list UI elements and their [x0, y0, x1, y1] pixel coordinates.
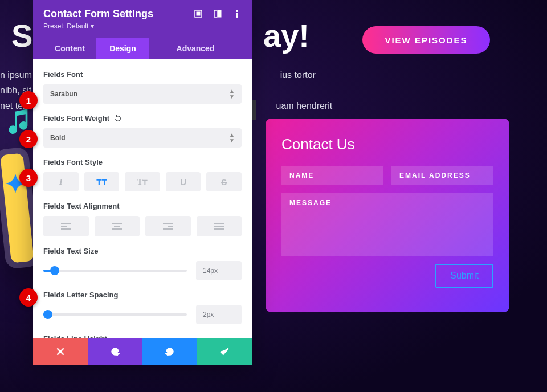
align-right-icon	[163, 223, 173, 230]
fields-font-value: Sarabun	[50, 90, 77, 98]
fields-weight-select[interactable]: Bold ▲▼	[43, 128, 242, 148]
letter-spacing-slider[interactable]	[43, 313, 187, 316]
svg-point-5	[236, 13, 238, 14]
fields-style-label: Fields Font Style	[43, 158, 242, 166]
chevron-updown-icon: ▲▼	[229, 88, 235, 100]
tab-content[interactable]: Content	[43, 38, 96, 59]
fields-font-select[interactable]: Sarabun ▲▼	[43, 84, 242, 104]
redo-button[interactable]	[142, 338, 197, 365]
callout-badge-4: 4	[19, 288, 38, 307]
undo-icon	[110, 346, 120, 357]
preset-selector[interactable]: Preset: Default ▾	[43, 22, 242, 30]
align-justify-icon	[214, 223, 224, 230]
style-smallcaps-button[interactable]: Tᴛ	[125, 172, 160, 191]
cancel-button[interactable]	[33, 338, 88, 365]
chevron-updown-icon: ▲▼	[229, 132, 235, 144]
text-size-slider[interactable]	[43, 270, 187, 272]
style-uppercase-button[interactable]: TT	[84, 172, 120, 191]
align-center-icon	[112, 223, 122, 230]
align-right-button[interactable]	[145, 216, 191, 236]
style-italic-button[interactable]: I	[43, 172, 79, 191]
style-underline-button[interactable]: U	[166, 172, 201, 191]
callout-badge-3: 3	[19, 169, 38, 187]
letter-spacing-value[interactable]: 2px	[196, 305, 242, 324]
email-field[interactable]: EMAIL ADDRESS	[391, 166, 493, 185]
undo-button[interactable]	[88, 338, 142, 365]
align-label: Fields Text Alignment	[43, 202, 242, 210]
message-field[interactable]: MESSAGE	[281, 193, 493, 256]
redo-icon	[165, 346, 175, 357]
panel-title: Contact Form Settings	[43, 8, 194, 20]
settings-panel: Contact Form Settings Preset: Default ▾ …	[33, 0, 252, 365]
panel-scrollbar[interactable]	[252, 100, 256, 120]
svg-rect-3	[218, 10, 221, 17]
close-icon	[55, 346, 66, 357]
reset-icon[interactable]	[114, 115, 122, 122]
svg-rect-1	[197, 12, 200, 15]
style-strike-button[interactable]: S	[206, 172, 242, 191]
menu-dots-icon[interactable]	[232, 9, 242, 18]
view-episodes-button[interactable]: VIEW EPISODES	[362, 26, 490, 54]
submit-button[interactable]: Submit	[435, 264, 493, 288]
panel-header: Contact Form Settings Preset: Default ▾ …	[33, 0, 252, 59]
letter-spacing-label: Fields Letter Spacing	[43, 291, 242, 299]
expand-icon[interactable]	[194, 9, 203, 18]
svg-point-4	[236, 10, 238, 11]
save-button[interactable]	[197, 338, 252, 365]
contact-form-preview: Contact Us NAME EMAIL ADDRESS MESSAGE Su…	[266, 119, 509, 312]
text-size-value[interactable]: 14px	[196, 261, 242, 280]
page-title-fragment-right: ay!	[263, 17, 309, 54]
contact-heading: Contact Us	[281, 136, 493, 153]
tab-design[interactable]: Design	[96, 38, 149, 59]
tab-advanced[interactable]: Advanced	[149, 38, 242, 59]
align-left-button[interactable]	[43, 216, 89, 236]
name-field[interactable]: NAME	[281, 166, 383, 185]
fields-font-label: Fields Font	[43, 70, 242, 79]
callout-badge-1: 1	[19, 91, 38, 109]
check-icon	[219, 346, 230, 357]
fields-weight-label: Fields Font Weight	[43, 114, 242, 122]
align-left-icon	[61, 223, 71, 230]
columns-icon[interactable]	[213, 9, 222, 18]
svg-point-6	[236, 15, 238, 17]
align-justify-button[interactable]	[197, 216, 242, 236]
text-size-label: Fields Text Size	[43, 247, 242, 255]
svg-rect-2	[214, 10, 217, 17]
callout-badge-2: 2	[19, 130, 38, 148]
align-center-button[interactable]	[95, 216, 140, 236]
fields-weight-value: Bold	[50, 134, 66, 142]
